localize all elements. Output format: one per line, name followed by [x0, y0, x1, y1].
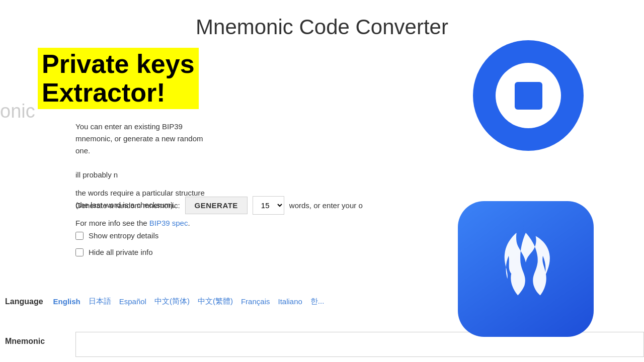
hide-private-label: Hide all private info: [89, 248, 153, 256]
bip39-spec-link[interactable]: BIP39 spec: [149, 219, 188, 227]
hide-private-checkbox[interactable]: [75, 248, 84, 256]
lang-chinese-traditional[interactable]: 中文(繁體): [198, 297, 233, 306]
banner-line2: Extractor!: [42, 78, 195, 107]
circle-icon-decoration: [473, 40, 584, 186]
lang-english[interactable]: English: [53, 297, 80, 306]
promo-banner: Private keys Extractor!: [38, 48, 199, 109]
outer-circle: [473, 40, 584, 151]
banner-line1: Private keys: [42, 50, 195, 78]
language-section: Language English 日本語 Español 中文(简体) 中文(繁…: [0, 297, 332, 306]
entropy-option[interactable]: Show entropy details: [75, 231, 158, 240]
partial-text: onic: [0, 101, 35, 122]
description-para3: For more info see the BIP39 spec.: [75, 217, 206, 229]
generate-button[interactable]: GENERATE: [185, 197, 248, 214]
inner-square: [515, 82, 542, 110]
lang-japanese[interactable]: 日本語: [89, 297, 111, 306]
options-section: Show entropy details Hide all private in…: [75, 231, 158, 256]
words-suffix-label: words, or enter your o: [289, 201, 363, 210]
lang-korean[interactable]: 한...: [310, 297, 325, 306]
flame-icon-decoration: [458, 201, 594, 347]
hide-private-option[interactable]: Hide all private info: [75, 248, 158, 256]
language-label: Language: [0, 297, 43, 306]
mnemonic-label: Mnemonic: [0, 332, 70, 346]
lang-italian[interactable]: Italiano: [278, 297, 302, 306]
inner-ring: [496, 63, 561, 128]
lang-french[interactable]: Français: [241, 297, 270, 306]
description-para1: You can enter an existing BIP39 mnemonic…: [75, 121, 206, 181]
lang-chinese-simplified[interactable]: 中文(简体): [154, 297, 190, 306]
flame-svg: [491, 226, 561, 312]
generate-label: Generate a random mnemonic:: [75, 201, 180, 210]
lang-spanish[interactable]: Español: [119, 297, 146, 306]
entropy-label: Show entropy details: [89, 231, 158, 240]
flame-background: [458, 201, 594, 337]
description-section: You can enter an existing BIP39 mnemonic…: [75, 121, 206, 235]
generate-row: Generate a random mnemonic: GENERATE 3 6…: [75, 196, 363, 215]
words-count-select[interactable]: 3 6 9 12 15 18 21 24: [253, 196, 284, 215]
entropy-checkbox[interactable]: [75, 232, 84, 240]
